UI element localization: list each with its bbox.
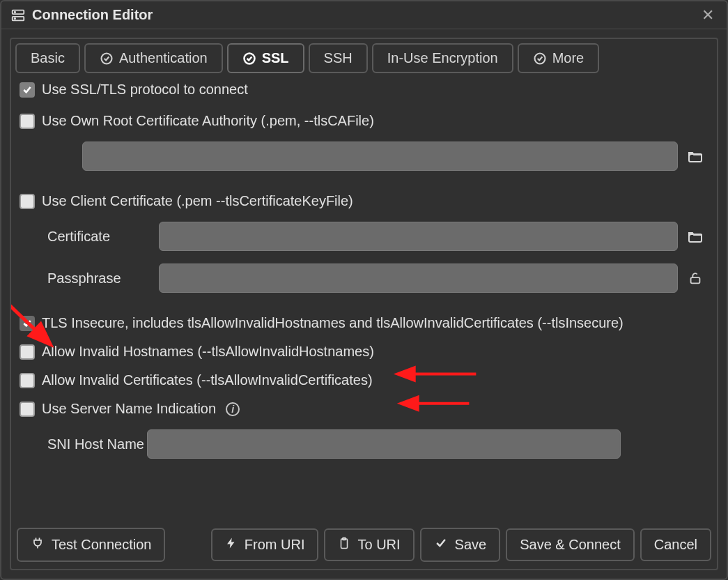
checkbox-own-root-ca[interactable] <box>20 114 35 129</box>
lock-open-icon[interactable] <box>685 268 706 289</box>
tab-label: Basic <box>31 50 65 66</box>
row-allow-invalid-hostnames: Allow Invalid Hostnames (--tlsAllowInval… <box>20 344 706 360</box>
tab-bar: Basic Authentication SSL SSH In-Use Encr… <box>15 43 713 73</box>
tab-label: In-Use Encryption <box>387 50 498 66</box>
titlebar: Connection Editor ✕ <box>1 1 727 29</box>
checkbox-use-ssl[interactable] <box>20 82 35 98</box>
row-own-root-ca-path <box>20 142 706 171</box>
label-tls-insecure: TLS Insecure, includes tlsAllowInvalidHo… <box>42 315 624 331</box>
checkbox-allow-invalid-certs[interactable] <box>20 373 35 388</box>
checkbox-use-sni[interactable] <box>20 402 35 417</box>
check-circle-icon <box>100 52 114 66</box>
button-label: Cancel <box>654 537 697 553</box>
tab-label: More <box>552 50 584 66</box>
input-sni-hostname[interactable] <box>147 429 621 459</box>
tab-ssl[interactable]: SSL <box>227 43 304 73</box>
folder-open-icon[interactable] <box>685 146 706 167</box>
plug-icon <box>31 536 45 554</box>
check-icon <box>434 536 448 554</box>
button-label: Test Connection <box>52 537 151 553</box>
label-use-ssl: Use SSL/TLS protocol to connect <box>42 82 248 98</box>
checkbox-client-cert[interactable] <box>20 194 35 209</box>
tab-ssh[interactable]: SSH <box>309 43 368 73</box>
label-certificate: Certificate <box>47 229 152 245</box>
svg-rect-7 <box>691 277 700 283</box>
tab-in-use-encryption[interactable]: In-Use Encryption <box>372 43 513 73</box>
row-use-sni: Use Server Name Indication i <box>20 401 706 417</box>
connection-editor-window: Connection Editor ✕ Basic Authentication… <box>0 0 728 580</box>
input-certificate[interactable] <box>159 222 678 251</box>
folder-open-icon[interactable] <box>685 226 706 247</box>
label-own-root-ca: Use Own Root Certificate Authority (.pem… <box>42 113 374 129</box>
row-use-ssl: Use SSL/TLS protocol to connect <box>20 82 706 98</box>
button-label: Save & Connect <box>520 537 621 553</box>
input-own-root-ca-path[interactable] <box>82 142 678 171</box>
cancel-button[interactable]: Cancel <box>640 528 711 561</box>
label-sni-hostname: SNI Host Name <box>47 436 144 452</box>
test-connection-button[interactable]: Test Connection <box>17 528 165 562</box>
button-label: From URI <box>245 537 305 553</box>
input-passphrase[interactable] <box>159 264 678 293</box>
tab-authentication[interactable]: Authentication <box>84 43 223 73</box>
clipboard-icon <box>338 537 350 553</box>
button-label: To URI <box>357 537 400 553</box>
tab-label: SSH <box>324 50 353 66</box>
checkbox-tls-insecure[interactable] <box>20 316 35 331</box>
tab-basic[interactable]: Basic <box>15 43 80 73</box>
window-title: Connection Editor <box>32 7 153 23</box>
check-circle-icon <box>242 52 256 66</box>
from-uri-button[interactable]: From URI <box>211 528 319 561</box>
tab-label: Authentication <box>119 50 208 66</box>
close-button[interactable]: ✕ <box>697 6 718 24</box>
tab-label: SSL <box>262 50 289 66</box>
label-allow-invalid-hostnames: Allow Invalid Hostnames (--tlsAllowInval… <box>42 344 374 360</box>
row-allow-invalid-certs: Allow Invalid Certificates (--tlsAllowIn… <box>20 372 706 388</box>
save-connect-button[interactable]: Save & Connect <box>506 528 635 561</box>
save-button[interactable]: Save <box>420 528 501 562</box>
label-allow-invalid-certs: Allow Invalid Certificates (--tlsAllowIn… <box>42 372 373 388</box>
info-icon[interactable]: i <box>226 402 240 416</box>
body-frame: Basic Authentication SSL SSH In-Use Encr… <box>10 38 718 570</box>
row-sni-hostname: SNI Host Name <box>20 429 706 459</box>
to-uri-button[interactable]: To URI <box>324 528 414 561</box>
checkbox-allow-invalid-hostnames[interactable] <box>20 344 35 360</box>
row-certificate: Certificate <box>20 222 706 251</box>
ssl-panel: Use SSL/TLS protocol to connect Use Own … <box>15 73 713 521</box>
row-own-root-ca: Use Own Root Certificate Authority (.pem… <box>20 113 706 129</box>
label-passphrase: Passphrase <box>47 270 152 287</box>
row-passphrase: Passphrase <box>20 264 706 293</box>
button-label: Save <box>455 537 487 553</box>
server-icon <box>10 7 26 24</box>
tab-more[interactable]: More <box>518 43 600 73</box>
svg-point-2 <box>15 11 15 12</box>
label-use-sni: Use Server Name Indication <box>42 401 216 417</box>
row-client-cert: Use Client Certificate (.pem --tlsCertif… <box>20 193 706 209</box>
row-tls-insecure: TLS Insecure, includes tlsAllowInvalidHo… <box>20 315 706 331</box>
svg-point-3 <box>15 17 15 18</box>
bolt-icon <box>225 537 238 553</box>
label-client-cert: Use Client Certificate (.pem --tlsCertif… <box>42 193 353 209</box>
footer: Test Connection From URI To URI Save <box>15 521 713 569</box>
check-circle-icon <box>533 52 547 66</box>
